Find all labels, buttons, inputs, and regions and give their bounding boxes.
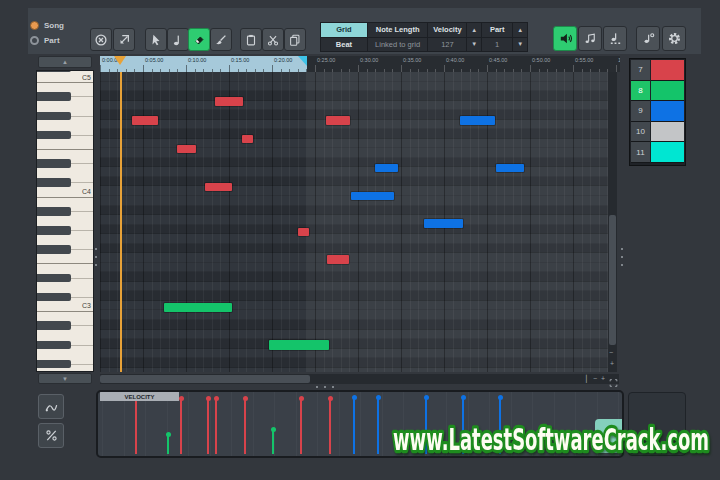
quantize-button[interactable] (603, 26, 627, 51)
zoom-out-icon[interactable]: − (593, 375, 597, 382)
palette-number[interactable]: 10 (631, 122, 650, 143)
midi-note[interactable] (242, 135, 253, 143)
horizontal-scrollbar[interactable]: ▏ − + (100, 374, 608, 384)
palette-color-swatch[interactable] (651, 60, 684, 81)
velocity-dot[interactable] (352, 395, 357, 400)
tab-beat[interactable]: Beat (321, 38, 367, 52)
palette-color-swatch[interactable] (651, 122, 684, 143)
midi-note[interactable] (298, 228, 309, 236)
note-length-value[interactable]: Linked to grid (368, 38, 428, 52)
palette-row[interactable]: 9 (631, 101, 684, 122)
midi-note[interactable] (215, 97, 243, 106)
velocity-stem[interactable] (244, 398, 246, 454)
velocity-lane-tab[interactable]: VELOCITY (100, 392, 179, 401)
palette-number[interactable]: 8 (631, 81, 650, 102)
piano-key-black[interactable] (37, 341, 71, 350)
horizontal-scrollbar-thumb[interactable] (100, 375, 310, 383)
velocity-draw-tool-button[interactable] (38, 394, 64, 419)
eraser-tool-button[interactable] (188, 28, 210, 51)
velocity-stem[interactable] (425, 397, 427, 454)
palette-row[interactable]: 11 (631, 142, 684, 163)
midi-note[interactable] (496, 164, 524, 172)
midi-note[interactable] (424, 219, 463, 228)
vertical-scrollbar[interactable]: − + (608, 72, 617, 372)
velocity-stem[interactable] (329, 398, 331, 454)
velocity-lane[interactable]: VELOCITY (96, 390, 624, 458)
note-draw-tool-button[interactable] (167, 28, 189, 51)
velocity-stem[interactable] (215, 398, 217, 454)
midi-note[interactable] (164, 303, 232, 312)
velocity-scale-tool-button[interactable] (38, 423, 64, 448)
velocity-dot[interactable] (424, 395, 429, 400)
piano-roll-grid[interactable] (100, 72, 608, 372)
velocity-stem[interactable] (180, 398, 182, 454)
note-repeat-button[interactable] (578, 26, 602, 51)
part-up-button[interactable]: ▲ (513, 23, 527, 38)
settings-button[interactable] (662, 26, 686, 51)
velocity-stem[interactable] (167, 434, 169, 454)
velocity-dot[interactable] (214, 396, 219, 401)
piano-key-black[interactable] (37, 245, 71, 254)
velocity-dot[interactable] (328, 396, 333, 401)
palette-row[interactable]: 7 (631, 60, 684, 81)
midi-note[interactable] (132, 116, 158, 125)
palette-color-swatch[interactable] (651, 81, 684, 102)
piano-key-black[interactable] (37, 70, 71, 72)
velocity-dot[interactable] (243, 396, 248, 401)
velocity-dot[interactable] (299, 396, 304, 401)
copy-button[interactable] (284, 28, 306, 51)
midi-note[interactable] (326, 116, 350, 125)
velocity-dot[interactable] (461, 395, 466, 400)
timeline-ruler[interactable]: 0:00.000:05.000:10.000:15.000:20.000:25.… (100, 56, 620, 72)
velocity-stem[interactable] (499, 397, 501, 454)
velocity-stem[interactable] (462, 397, 464, 454)
piano-key-black[interactable] (37, 159, 71, 168)
cut-button[interactable] (262, 28, 284, 51)
midi-note[interactable] (177, 145, 196, 153)
part-down-button[interactable]: ▼ (513, 38, 527, 52)
velocity-stem[interactable] (135, 398, 137, 454)
part-number-value[interactable]: 1 (482, 38, 512, 52)
midi-note[interactable] (205, 183, 232, 191)
keyboard-scroll-up-button[interactable]: ▲ (38, 56, 92, 68)
midi-note[interactable] (375, 164, 398, 172)
velocity-dot[interactable] (271, 427, 276, 432)
piano-key-black[interactable] (37, 131, 71, 140)
palette-number[interactable]: 11 (631, 142, 650, 163)
note-options-button[interactable] (636, 26, 660, 51)
velocity-stem[interactable] (377, 397, 379, 454)
velocity-stem[interactable] (300, 398, 302, 454)
palette-color-swatch[interactable] (651, 101, 684, 122)
velocity-dot[interactable] (166, 432, 171, 437)
part-end-marker-icon[interactable] (298, 56, 307, 66)
velocity-dot[interactable] (376, 395, 381, 400)
vertical-zoom-in-icon[interactable]: + (610, 360, 614, 367)
velocity-value[interactable]: 127 (428, 38, 466, 52)
piano-key-black[interactable] (37, 92, 71, 101)
brush-tool-button[interactable] (210, 28, 232, 51)
piano-key-black[interactable] (37, 321, 71, 330)
import-to-part-button[interactable] (113, 28, 135, 51)
velocity-dot[interactable] (206, 396, 211, 401)
piano-key-black[interactable] (37, 112, 71, 121)
piano-key-black[interactable] (37, 360, 71, 369)
vertical-scrollbar-thumb[interactable] (609, 215, 616, 345)
palette-color-swatch[interactable] (651, 142, 684, 163)
song-mode-radio[interactable]: Song (30, 19, 64, 32)
part-mode-radio[interactable]: Part (30, 34, 64, 47)
zoom-in-icon[interactable]: + (601, 375, 605, 382)
velocity-stem[interactable] (272, 429, 274, 454)
piano-keyboard[interactable]: C5C4C3 (36, 70, 94, 372)
piano-key-black[interactable] (37, 178, 71, 187)
midi-note[interactable] (351, 192, 394, 200)
palette-row[interactable]: 8 (631, 81, 684, 102)
expand-corner-button[interactable] (608, 374, 619, 384)
palette-row[interactable]: 10 (631, 122, 684, 143)
pointer-tool-button[interactable] (145, 28, 167, 51)
piano-key-black[interactable] (37, 207, 71, 216)
zoom-fit-icon[interactable]: ▏ (586, 375, 591, 382)
velocity-down-button[interactable]: ▼ (467, 38, 481, 52)
palette-number[interactable]: 7 (631, 60, 650, 81)
palette-number[interactable]: 9 (631, 101, 650, 122)
piano-key-black[interactable] (37, 274, 71, 283)
